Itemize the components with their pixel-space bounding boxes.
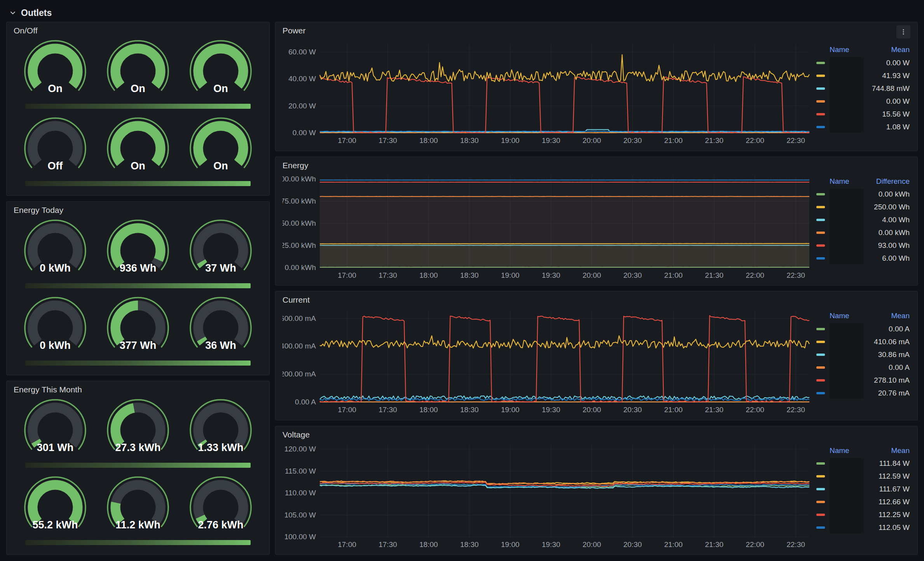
legend-series-chip bbox=[816, 379, 825, 382]
gauge-row: OffOnOn bbox=[14, 113, 262, 180]
gauge-value-arc bbox=[115, 305, 138, 342]
time-series-canvas[interactable]: 0.00 A200.00 mA400.00 mA600.00 mA17:0017… bbox=[282, 305, 812, 415]
voltage-time-series-plot[interactable]: 100.00 W105.00 W110.00 W115.00 W120.00 W… bbox=[282, 440, 812, 550]
legend-series-chip bbox=[816, 206, 825, 208]
x-tick-label: 18:30 bbox=[460, 271, 479, 279]
legend-value: 15.56 W bbox=[882, 110, 910, 118]
legend-name-column bbox=[830, 57, 864, 132]
gauge: 301 Wh bbox=[14, 395, 96, 462]
gauge: On bbox=[14, 36, 96, 103]
x-tick-label: 22:00 bbox=[746, 136, 764, 145]
panel-title-voltage[interactable]: Voltage bbox=[282, 430, 310, 439]
legend-series-chip bbox=[816, 366, 825, 369]
x-tick-label: 19:30 bbox=[542, 136, 560, 145]
legend-header-value[interactable]: Mean bbox=[891, 45, 910, 54]
gauge-arc: Off bbox=[14, 115, 96, 179]
gauge-value-arc bbox=[201, 339, 204, 343]
energy-legend: NameDifference0.00 kWh250.00 Wh4.00 Wh0.… bbox=[812, 171, 910, 281]
gauge-value-text: Off bbox=[47, 160, 63, 172]
gauge-value-text: 11.2 kWh bbox=[115, 519, 160, 531]
legend-value: 112.25 W bbox=[879, 510, 910, 519]
panel-title-current[interactable]: Current bbox=[282, 295, 310, 305]
gauge-arc: 55.2 kWh bbox=[14, 474, 96, 538]
x-tick-label: 22:00 bbox=[746, 271, 764, 279]
legend-series-chip bbox=[816, 526, 825, 529]
y-tick-label: 40.00 W bbox=[288, 75, 316, 83]
panel-title-power[interactable]: Power bbox=[282, 26, 306, 35]
y-tick-label: 0.00 kWh bbox=[285, 263, 316, 272]
gauge-value-arc bbox=[115, 408, 134, 444]
gauge-value-text: On bbox=[131, 160, 145, 172]
gauge-value-arc bbox=[33, 485, 78, 522]
gauge: 37 Wh bbox=[180, 216, 262, 282]
x-tick-label: 19:00 bbox=[501, 406, 520, 414]
legend-value: 6.00 Wh bbox=[882, 254, 910, 263]
legend-value: 250.00 Wh bbox=[874, 203, 910, 211]
dashboard-row-outlets[interactable]: Outlets bbox=[6, 4, 918, 22]
gradient-bar bbox=[25, 181, 251, 186]
legend-value: 0.00 A bbox=[889, 363, 910, 372]
series-5-line bbox=[320, 77, 809, 133]
x-tick-label: 19:30 bbox=[542, 406, 560, 414]
legend-value: 0.00 kWh bbox=[879, 228, 910, 237]
panel-energy: Energy 0.00 kWh25.00 kWh50.00 kWh75.00 k… bbox=[275, 157, 918, 286]
x-tick-label: 17:00 bbox=[338, 136, 356, 145]
legend-header-value[interactable]: Difference bbox=[876, 177, 910, 186]
grafana-dashboard: Outlets On/Off OnOnOnOffOnOn Energy Toda… bbox=[0, 0, 924, 561]
kebab-menu-icon bbox=[900, 28, 907, 35]
gauge-value-text: 36 Wh bbox=[206, 340, 237, 351]
x-tick-label: 19:00 bbox=[501, 271, 520, 279]
legend-header-value[interactable]: Mean bbox=[891, 446, 910, 455]
legend-value: 20.76 mA bbox=[878, 389, 910, 397]
legend-series-chip bbox=[816, 100, 825, 103]
gauge-track bbox=[33, 408, 78, 444]
x-tick-label: 18:00 bbox=[419, 271, 438, 279]
legend-header-value[interactable]: Mean bbox=[891, 312, 910, 320]
x-tick-label: 22:00 bbox=[746, 406, 764, 414]
y-tick-label: 0.00 A bbox=[295, 398, 316, 406]
time-series-canvas[interactable]: 100.00 W105.00 W110.00 W115.00 W120.00 W… bbox=[282, 440, 812, 550]
current-time-series-plot[interactable]: 0.00 A200.00 mA400.00 mA600.00 mA17:0017… bbox=[282, 305, 812, 415]
gauge-value-text: 936 Wh bbox=[120, 262, 157, 274]
legend-series-chip bbox=[816, 257, 825, 260]
legend-value: 278.10 mA bbox=[874, 376, 910, 385]
gauge: 36 Wh bbox=[180, 293, 262, 360]
gauge-arc: 36 Wh bbox=[180, 294, 262, 358]
panel-power: Power 0.00 W20.00 W40.00 W60.00 W17:0017… bbox=[275, 22, 918, 151]
panel-title-energy-this-month[interactable]: Energy This Month bbox=[14, 385, 82, 394]
gauge-value-text: 55.2 kWh bbox=[32, 519, 78, 531]
y-tick-label: 400.00 mA bbox=[282, 342, 316, 350]
legend-header-name[interactable]: Name bbox=[830, 312, 849, 320]
gauge: On bbox=[180, 113, 262, 180]
legend-header-name[interactable]: Name bbox=[830, 45, 849, 54]
panel-title-energy-today[interactable]: Energy Today bbox=[14, 206, 63, 215]
panel-title-on-off[interactable]: On/Off bbox=[14, 26, 37, 35]
chevron-down-icon bbox=[9, 9, 17, 17]
legend-header-name[interactable]: Name bbox=[830, 446, 849, 455]
energy-time-series-plot[interactable]: 0.00 kWh25.00 kWh50.00 kWh75.00 kWh100.0… bbox=[282, 171, 812, 281]
y-tick-label: 115.00 W bbox=[285, 467, 316, 475]
panel-energy-this-month: Energy This Month 301 Wh27.3 kWh1.33 kWh… bbox=[6, 381, 270, 555]
panel-menu-button[interactable] bbox=[896, 25, 910, 38]
x-tick-label: 21:30 bbox=[705, 136, 724, 145]
legend-series-chip bbox=[816, 87, 825, 90]
time-series-canvas[interactable]: 0.00 W20.00 W40.00 W60.00 W17:0017:3018:… bbox=[282, 39, 812, 146]
series-3-line bbox=[320, 396, 809, 399]
panel-title-energy[interactable]: Energy bbox=[282, 161, 309, 170]
legend-series-chip bbox=[816, 462, 825, 465]
gauge-row: OnOnOn bbox=[14, 36, 262, 103]
x-tick-label: 17:00 bbox=[338, 406, 356, 414]
power-time-series-plot[interactable]: 0.00 W20.00 W40.00 W60.00 W17:0017:3018:… bbox=[282, 39, 812, 146]
gauge: 1.33 kWh bbox=[180, 395, 262, 462]
panel-voltage: Voltage 100.00 W105.00 W110.00 W115.00 W… bbox=[275, 426, 918, 555]
gauge-value-arc bbox=[198, 126, 243, 163]
y-tick-label: 100.00 W bbox=[284, 533, 316, 541]
legend-value: 30.86 mA bbox=[878, 350, 910, 359]
legend-header-name[interactable]: Name bbox=[830, 177, 849, 186]
left-column: On/Off OnOnOnOffOnOn Energy Today 0 kWh9… bbox=[6, 22, 270, 555]
y-tick-label: 600.00 mA bbox=[282, 314, 316, 322]
legend-rows: 0.00 W41.93 W744.88 mW0.00 W15.56 W1.08 … bbox=[816, 56, 910, 133]
y-tick-label: 75.00 kWh bbox=[282, 197, 316, 205]
x-tick-label: 20:30 bbox=[623, 136, 642, 145]
time-series-canvas[interactable]: 0.00 kWh25.00 kWh50.00 kWh75.00 kWh100.0… bbox=[282, 171, 812, 281]
